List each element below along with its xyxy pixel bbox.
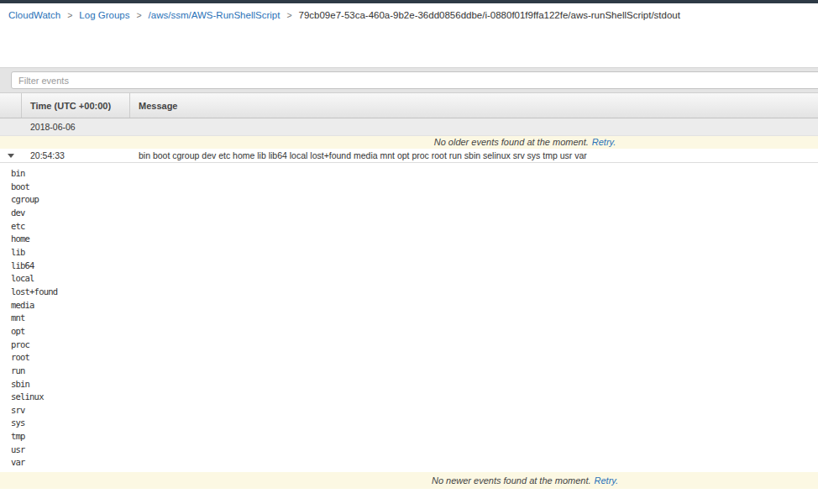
no-newer-events-text: No newer events found at the moment.	[432, 475, 591, 486]
message-column-label: Message	[139, 101, 177, 111]
collapse-triangle-icon[interactable]	[8, 154, 14, 158]
retry-newer-link[interactable]: Retry.	[595, 475, 619, 486]
event-time: 20:54:33	[22, 150, 130, 160]
filter-events-bar	[0, 67, 818, 92]
event-message: bin boot cgroup dev etc home lib lib64 l…	[130, 150, 818, 160]
breadcrumb-separator: >	[67, 10, 72, 20]
breadcrumb-current: 79cb09e7-53ca-460a-9b2e-36dd0856ddbe/i-0…	[299, 10, 680, 20]
breadcrumb-separator: >	[136, 10, 141, 20]
breadcrumb-link[interactable]: /aws/ssm/AWS-RunShellScript	[149, 10, 281, 20]
no-newer-events-banner: No newer events found at the moment.Retr…	[0, 472, 818, 489]
retry-older-link[interactable]: Retry.	[592, 137, 616, 147]
log-events-table-header: Time (UTC +00:00) Message	[0, 92, 818, 118]
filter-events-input[interactable]	[11, 71, 818, 89]
event-expand-cell[interactable]	[0, 154, 22, 158]
breadcrumb-link[interactable]: CloudWatch	[8, 10, 60, 20]
date-separator-label: 2018-06-06	[30, 122, 76, 132]
log-event-row[interactable]: 20:54:33 bin boot cgroup dev etc home li…	[0, 149, 818, 163]
time-column-header: Time (UTC +00:00)	[22, 93, 130, 118]
time-column-label: Time (UTC +00:00)	[30, 101, 111, 111]
breadcrumb: CloudWatch>Log Groups>/aws/ssm/AWS-RunSh…	[0, 3, 818, 25]
expanded-event-content: bin boot cgroup dev etc home lib lib64 l…	[0, 163, 818, 472]
breadcrumb-link[interactable]: Log Groups	[79, 10, 129, 20]
expand-column-header	[0, 93, 22, 118]
message-column-header: Message	[130, 93, 818, 118]
breadcrumb-separator: >	[286, 10, 291, 20]
breadcrumb-content-gap	[0, 25, 818, 67]
page: CloudWatch>Log Groups>/aws/ssm/AWS-RunSh…	[0, 0, 818, 489]
date-separator-row: 2018-06-06	[0, 118, 818, 136]
no-older-events-text: No older events found at the moment.	[434, 137, 589, 147]
no-older-events-banner: No older events found at the moment.Retr…	[0, 136, 818, 149]
